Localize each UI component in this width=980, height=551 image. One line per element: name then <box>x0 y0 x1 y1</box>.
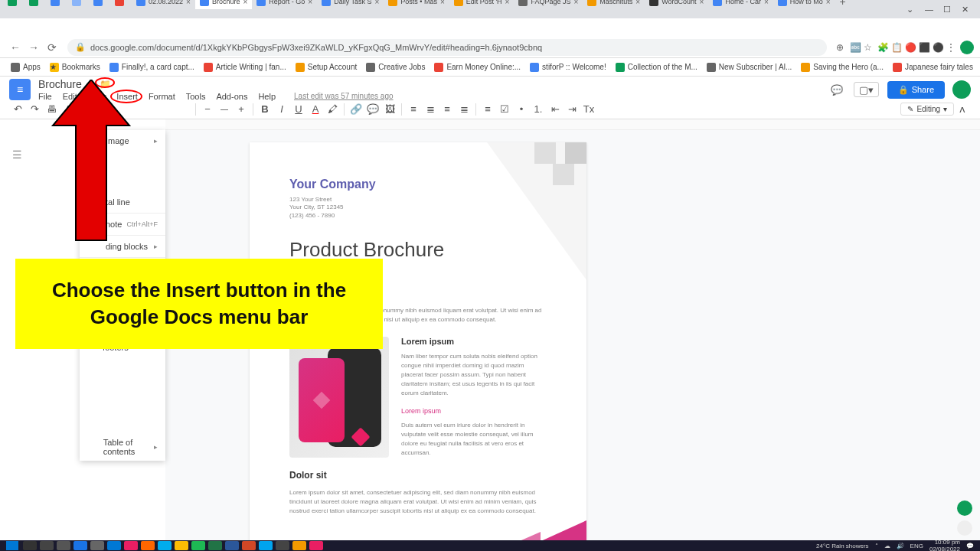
font-size[interactable]: — <box>216 105 233 113</box>
start-button[interactable] <box>6 541 18 550</box>
close-icon[interactable]: × <box>243 0 247 6</box>
italic-button[interactable]: I <box>274 102 289 117</box>
last-edit-text[interactable]: Last edit was 57 minutes ago <box>294 92 394 101</box>
tab[interactable] <box>89 0 110 9</box>
new-tab-button[interactable]: + <box>835 0 851 8</box>
taskbar-item[interactable] <box>141 541 155 550</box>
bookmark[interactable]: Article Writing | fan... <box>199 63 291 72</box>
maximize-icon[interactable]: ☐ <box>943 5 952 14</box>
chevron-down-icon[interactable]: ⌄ <box>906 5 916 14</box>
apps-button[interactable]: Apps <box>6 63 45 72</box>
print-button[interactable]: 🖶 <box>44 102 59 117</box>
notifications-icon[interactable]: 💬 <box>966 543 974 549</box>
close-icon[interactable]: × <box>308 0 312 6</box>
text-color-button[interactable]: A <box>308 102 323 117</box>
align-justify-button[interactable]: ≣ <box>456 102 472 117</box>
menu-item-image[interactable]: 🖼Image▸ <box>80 130 165 152</box>
taskbar-item[interactable] <box>107 541 121 550</box>
close-icon[interactable]: × <box>375 0 380 6</box>
body-text[interactable]: Duis autem vel eum iriure dolor in hendr… <box>401 421 547 458</box>
tab[interactable]: How to Mo× <box>773 0 835 9</box>
menu-format[interactable]: Format <box>149 92 175 101</box>
explore-icon[interactable] <box>957 500 972 516</box>
number-list-button[interactable]: 1. <box>531 102 546 117</box>
tab[interactable] <box>67 0 89 9</box>
body-text[interactable]: Lorem ipsum dolor sit amet, consectetuer… <box>289 488 547 516</box>
taskbar-item[interactable] <box>292 541 306 550</box>
taskbar-item[interactable] <box>40 541 54 550</box>
weather[interactable]: 24°C Rain showers <box>816 543 869 549</box>
comment-button[interactable]: 💬 <box>365 102 381 117</box>
tray-lang[interactable]: ENG <box>910 543 923 549</box>
font-plus[interactable]: + <box>234 102 249 117</box>
line-spacing-button[interactable]: ≡ <box>480 102 495 117</box>
subtitle[interactable]: Lorem ipsum <box>401 337 547 346</box>
outdent-button[interactable]: ⇤ <box>547 102 563 117</box>
close-icon[interactable]: × <box>186 0 191 6</box>
tray-icon[interactable]: 🔊 <box>897 543 904 549</box>
bookmark[interactable]: Finally!, a card capt... <box>105 63 199 72</box>
menu-item-table-of-contents[interactable]: Table of contents▸ <box>80 433 165 461</box>
taskbar-item[interactable] <box>225 541 239 550</box>
link-text[interactable]: Lorem ipsum <box>401 407 547 415</box>
menu-item-horizontal-line[interactable]: tal line <box>80 191 165 213</box>
menu-item-building-blocks[interactable]: ding blocks▸ <box>80 236 165 257</box>
close-icon[interactable]: × <box>764 0 769 6</box>
underline-button[interactable]: U <box>291 102 306 117</box>
bookmark[interactable]: Saving the Hero (a... <box>796 63 888 72</box>
close-icon[interactable]: × <box>573 0 578 6</box>
forward-button[interactable]: → <box>26 40 41 55</box>
comment-history-icon[interactable]: 💬 <box>829 82 844 97</box>
taskbar-item[interactable] <box>191 541 205 550</box>
extension-icon[interactable]: ⚫ <box>933 42 943 53</box>
spellcheck-button[interactable]: Ą <box>60 102 76 117</box>
align-right-button[interactable]: ≡ <box>439 102 455 117</box>
extension-icon[interactable]: 🔴 <box>905 42 916 53</box>
undo-button[interactable]: ↶ <box>10 102 25 117</box>
share-button[interactable]: 🔒Share <box>887 81 945 99</box>
menu-file[interactable]: File <box>38 92 52 101</box>
taskbar-item[interactable] <box>259 541 273 550</box>
tab[interactable]: Home - Car× <box>708 0 773 9</box>
bookmark[interactable]: New Subscriber | Al... <box>702 63 796 72</box>
font-minus[interactable]: − <box>200 102 215 117</box>
avatar[interactable] <box>952 80 971 99</box>
tray-icon[interactable]: ˄ <box>875 543 878 549</box>
avatar-icon[interactable] <box>960 41 974 54</box>
highlight-button[interactable]: 🖍 <box>325 102 340 117</box>
taskbar-item[interactable] <box>309 541 323 550</box>
minimize-icon[interactable]: — <box>925 5 934 14</box>
widget-icon[interactable] <box>957 520 972 536</box>
menu-addons[interactable]: Add-ons <box>216 92 247 101</box>
tab[interactable]: Maschituts× <box>583 0 645 9</box>
document-title[interactable]: Brochure <box>38 78 82 90</box>
menu-item-footnote[interactable]: noteCtrl+Alt+F <box>80 214 165 235</box>
tab[interactable]: WordCount× <box>645 0 708 9</box>
taskbar-item[interactable] <box>242 541 256 550</box>
paint-format-button[interactable]: 🖌 <box>77 102 93 117</box>
tab[interactable]: Report - Go× <box>252 0 317 9</box>
tab[interactable]: Daily Task S× <box>317 0 384 9</box>
close-icon[interactable]: × <box>440 0 445 6</box>
tab-active[interactable]: Brochure× <box>195 0 252 9</box>
back-button[interactable]: ← <box>8 40 23 55</box>
taskbar-item[interactable] <box>57 541 70 550</box>
star-icon[interactable]: ☆ <box>87 79 95 90</box>
taskbar-item[interactable] <box>124 541 138 550</box>
close-icon[interactable]: × <box>635 0 640 6</box>
tab[interactable] <box>3 0 24 9</box>
taskbar-item[interactable] <box>90 541 104 550</box>
star-icon[interactable]: ☆ <box>864 42 874 53</box>
body-text[interactable]: Nam liber tempor cum soluta nobis eleife… <box>401 352 547 398</box>
tab[interactable] <box>24 0 46 9</box>
taskbar-item[interactable] <box>74 541 87 550</box>
align-center-button[interactable]: ≣ <box>423 102 438 117</box>
section-dolor[interactable]: Dolor sit <box>289 470 547 481</box>
image-button[interactable]: 🖼 <box>382 102 397 117</box>
menu-view[interactable]: View <box>88 92 106 101</box>
close-icon[interactable]: × <box>700 0 704 6</box>
extension-icon[interactable]: 🧩 <box>877 42 888 53</box>
tab[interactable]: Posts • Mas× <box>384 0 449 9</box>
bookmark[interactable]: Setup Account <box>291 63 362 72</box>
product-image[interactable] <box>289 337 389 458</box>
